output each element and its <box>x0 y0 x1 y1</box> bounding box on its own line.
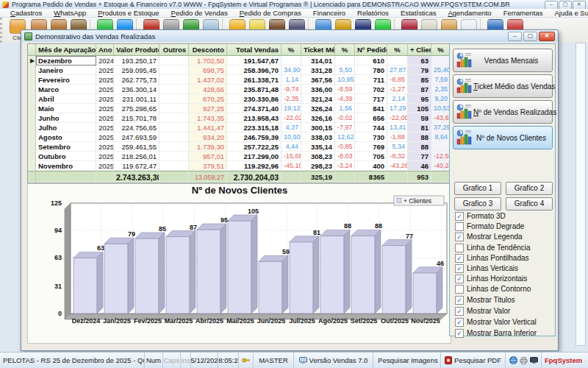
inner-minimize-button[interactable]: – <box>508 32 522 41</box>
checkbox-linhas-horizontais[interactable]: ✓Linhas Horizontais <box>455 274 527 283</box>
cell-marco-10: -1,27 <box>387 85 408 94</box>
svg-text:77: 77 <box>406 233 413 240</box>
svg-text:46: 46 <box>437 260 444 267</box>
menu-pedido-de-vendas[interactable]: Pedido de Vendas <box>165 9 234 18</box>
cell-marco-12: 2,35 <box>431 85 451 94</box>
column-header-clientes: + Clientes <box>408 44 431 56</box>
cell-julho-2: 224.756,65 <box>114 123 159 132</box>
grafico-2-button[interactable]: Grafico 2 <box>506 182 553 195</box>
menu-agendamento[interactable]: Agendamento <box>442 9 497 18</box>
checkbox-label: Linhas Verticais <box>467 264 518 272</box>
menu-ferramentas[interactable]: Ferramentas <box>498 9 549 18</box>
chart-icon <box>456 130 473 146</box>
cell-setembro-0: Setembro <box>36 142 96 152</box>
view-button-n-de-novos-clientes[interactable]: Nº de Novos Clientes <box>453 126 553 149</box>
column-header-desconto: Desconto <box>189 44 227 56</box>
total-8 <box>335 171 355 183</box>
menu-whatsapp[interactable]: WhatsApp <box>48 9 92 18</box>
cell-agosto-1: 2025 <box>96 132 114 142</box>
inner-maximize-button[interactable]: ▢ <box>523 32 537 41</box>
table-row-abril[interactable]: Abril2025231.001,11670,25230.330,86-2,35… <box>28 94 451 104</box>
cell-dezembro-8 <box>335 56 355 66</box>
total-2: 2.743.263,30 <box>114 171 159 183</box>
cell-fevereiro-9: 711 <box>355 75 387 85</box>
cell-novembro-5: 119.292,96 <box>227 161 282 171</box>
cell-outubro-1: 2025 <box>96 152 114 161</box>
menu-estatisticas[interactable]: Estatísticas <box>395 9 442 18</box>
table-row-novembro[interactable]: Novembro2025119.672,47379,51119.292,96-4… <box>28 161 451 171</box>
table-row-outubro[interactable]: Outubro2025218.256,01957,01217.299,00-15… <box>28 152 451 161</box>
svg-text:Set/2025: Set/2025 <box>351 317 378 325</box>
menu-cadastros[interactable]: Cadastros <box>4 9 48 18</box>
checkbox-linhas-de-contorno[interactable]: Linhas de Contorno <box>455 284 531 294</box>
cell-setembro-9: 769 <box>355 142 387 152</box>
cell-fevereiro-2: 262.775,73 <box>114 75 159 85</box>
globe-icon[interactable] <box>509 356 517 364</box>
cell-abril-10: 2,14 <box>387 94 408 104</box>
checkbox-linha-de-tendencia[interactable]: Linha de Tendência <box>455 243 531 252</box>
checkbox-linhas-verticais[interactable]: ✓Linhas Verticais <box>455 263 518 273</box>
checkbox-label: Mostrar Barra Inferior <box>467 329 537 337</box>
svg-text:Jan/2025: Jan/2025 <box>103 317 131 325</box>
search-images-button[interactable]: Pesquisar Imagens <box>373 353 441 368</box>
checkbox-linhas-pontilhadas[interactable]: ✓Linhas Pontilhadas <box>455 253 529 263</box>
svg-text:Out/2025: Out/2025 <box>381 317 409 325</box>
checkbox-mostrar-barra-inferior[interactable]: ✓Mostrar Barra Inferior <box>455 328 537 338</box>
status-ins: Ins <box>181 353 191 368</box>
search-pdf-button[interactable]: Pesquisar PDF <box>441 353 506 368</box>
cell-dezembro-10 <box>387 56 408 66</box>
view-button-n-de-vendas-realizadas[interactable]: Nº de Vendas Realizadas <box>453 100 553 124</box>
cell-setembro-3 <box>159 142 189 152</box>
row-selector <box>28 113 36 123</box>
checkbox-formato-3d[interactable]: ✓Formato 3D <box>455 211 506 221</box>
checkbox-mostrar-titulos[interactable]: ✓Mostrar Titulos <box>455 295 515 305</box>
cell-junho-4: 1.743,35 <box>189 113 227 123</box>
cell-junho-10: -22,00 <box>387 113 408 123</box>
cell-julho-7: 300,15 <box>301 123 335 132</box>
table-row-marco[interactable]: Marco2025236.300,14428,66235.871,48-9,74… <box>28 85 451 94</box>
view-button-vendas-mensais[interactable]: Vendas Mensais <box>453 49 553 72</box>
printer-icon[interactable] <box>520 357 528 364</box>
menu-financeiro[interactable]: Financeiro <box>307 9 351 18</box>
grafico-3-button[interactable]: Grafico 3 <box>454 197 501 210</box>
cell-abril-0: Abril <box>36 94 96 104</box>
cell-abril-5: 230.330,86 <box>227 94 282 104</box>
table-row-maio[interactable]: Maio2025275.298,65927,25274.371,4019,123… <box>28 104 451 113</box>
monitor-icon[interactable] <box>530 357 538 364</box>
cell-fevereiro-0: Fevereiro <box>36 75 96 85</box>
grafico-1-button[interactable]: Grafico 1 <box>454 182 501 195</box>
menu-ajuda-e-suporte[interactable]: Ajuda e Suporte <box>548 9 588 18</box>
table-row-junho[interactable]: Junho2025215.701,781.743,35213.958,43-22… <box>28 113 451 123</box>
checkbox-mostrar-valor[interactable]: ✓Mostrar Valor <box>455 306 510 316</box>
table-row-julho[interactable]: Julho2025224.756,651.441,47223.315,184,3… <box>28 123 451 132</box>
grafico-4-button[interactable]: Grafico 4 <box>506 197 553 210</box>
inner-close-button[interactable]: ✕ <box>539 32 555 41</box>
cell-dezembro-0[interactable]: Dezembro <box>36 56 96 66</box>
checkbox-mostrar-valor-vertical[interactable]: ✓Mostrar Valor Vertical <box>455 317 537 327</box>
checkbox-formato-degrade[interactable]: Formato Degrade <box>455 222 524 231</box>
menu-produtos-e-estoque[interactable]: Produtos e Estoque <box>92 9 165 18</box>
menu-relatorios[interactable]: Relatórios <box>351 9 395 18</box>
cell-maio-6: 19,12 <box>282 104 301 113</box>
checkbox-label: Formato Degrade <box>467 222 524 230</box>
cell-outubro-7: 308,23 <box>301 152 335 161</box>
view-button-ticket-medio-das-vendas[interactable]: Ticket Médio das Vendas <box>453 74 553 98</box>
svg-text:88: 88 <box>344 222 351 230</box>
column-header-: % <box>387 44 408 56</box>
cell-janeiro-8: 5,50 <box>335 66 355 75</box>
menu-pedido-de-compras[interactable]: Pedido de Compras <box>234 9 307 18</box>
cell-fevereiro-5: 261.338,71 <box>227 75 282 85</box>
checkbox-mostrar-legenda[interactable]: ✓Mostrar Legenda <box>455 232 523 241</box>
table-row-dezembro[interactable]: ▶Dezembro2024193.250,171.702,50191.547,6… <box>28 56 451 66</box>
cell-fevereiro-7: 367,56 <box>301 75 335 85</box>
row-selector <box>28 142 36 152</box>
menubar: CadastrosWhatsAppProdutos e EstoquePedid… <box>0 9 588 18</box>
cell-abril-7: 321,24 <box>301 94 335 104</box>
table-row-fevereiro[interactable]: Fevereiro2025262.775,731.437,02261.338,7… <box>28 75 451 85</box>
cell-julho-1: 2025 <box>96 123 114 132</box>
table-row-janeiro[interactable]: Janeiro2025259.095,45698,75258.396,7034,… <box>28 66 451 75</box>
table-row-agosto[interactable]: Agosto2025247.693,59934,20246.759,3910,5… <box>28 132 451 142</box>
cell-julho-0: Julho <box>36 123 96 132</box>
table-row-setembro[interactable]: Setembro2025259.461,551.739,30257.722,25… <box>28 142 451 152</box>
demonstrativo-window-icon <box>24 32 32 40</box>
